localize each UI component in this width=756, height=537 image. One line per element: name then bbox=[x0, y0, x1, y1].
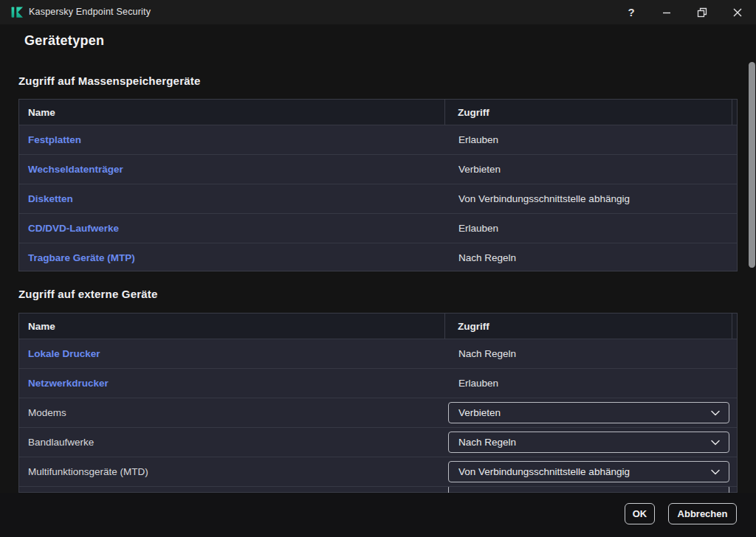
device-type-link[interactable]: Lokale Drucker bbox=[28, 348, 100, 359]
close-button[interactable] bbox=[726, 1, 749, 24]
external-devices-table: Name Zugriff Lokale Drucker Nach Regeln … bbox=[18, 313, 738, 493]
minimize-icon bbox=[661, 7, 673, 18]
section-title-external-devices: Zugriff auf externe Geräte bbox=[18, 288, 158, 300]
device-type-label: Bandlaufwerke bbox=[28, 437, 94, 448]
table-row: Multifunktionsgeräte (MTD) Von Verbindun… bbox=[19, 457, 737, 486]
column-header-access: Zugriff bbox=[445, 100, 732, 125]
window-title: Kaspersky Endpoint Security bbox=[29, 0, 151, 24]
vertical-scrollbar-thumb[interactable] bbox=[749, 62, 755, 268]
cancel-button[interactable]: Abbrechen bbox=[668, 503, 737, 524]
access-value: Nach Regeln bbox=[446, 243, 737, 272]
kaspersky-logo-icon bbox=[10, 5, 24, 19]
column-header-name: Name bbox=[19, 313, 445, 339]
close-icon bbox=[732, 7, 743, 18]
device-type-link[interactable]: CD/DVD-Laufwerke bbox=[28, 223, 119, 234]
access-value: Verbieten bbox=[446, 155, 737, 184]
footer-bar: OK Abbrechen bbox=[0, 493, 756, 537]
access-dropdown[interactable]: Von Verbindungsschnittstelle abhängig bbox=[448, 461, 729, 482]
dropdown-selected-value: Von Verbindungsschnittstelle abhängig bbox=[458, 466, 711, 477]
device-type-link[interactable]: Tragbare Geräte (MTP) bbox=[28, 252, 135, 263]
restore-button[interactable] bbox=[690, 1, 714, 24]
table-row: Lokale Drucker Nach Regeln bbox=[19, 339, 737, 368]
table-row: Tragbare Geräte (MTP) Nach Regeln bbox=[19, 243, 737, 272]
access-value: Erlauben bbox=[446, 369, 737, 398]
page-title: Gerätetypen bbox=[24, 33, 104, 49]
table-row: Festplatten Erlauben bbox=[19, 125, 737, 154]
access-value: Erlauben bbox=[446, 214, 737, 243]
chevron-down-icon bbox=[711, 440, 720, 446]
device-type-link[interactable]: Netzwerkdrucker bbox=[28, 378, 109, 389]
help-icon: ? bbox=[628, 6, 634, 18]
table-row: Bandlaufwerke Nach Regeln bbox=[19, 427, 737, 457]
device-type-label: Modems bbox=[28, 407, 66, 418]
table-row: Wechseldatenträger Verbieten bbox=[19, 154, 737, 184]
table-header: Name Zugriff bbox=[19, 313, 737, 339]
titlebar: Kaspersky Endpoint Security ? bbox=[0, 0, 756, 24]
ok-button[interactable]: OK bbox=[625, 503, 655, 524]
table-header: Name Zugriff bbox=[19, 100, 737, 125]
access-value: Erlauben bbox=[446, 125, 737, 154]
access-value: Von Verbindungsschnittstelle abhängig bbox=[446, 184, 737, 213]
device-type-link[interactable]: Wechseldatenträger bbox=[28, 164, 123, 175]
device-type-link[interactable]: Disketten bbox=[28, 193, 73, 204]
kaspersky-window: Kaspersky Endpoint Security ? Gerätetype… bbox=[0, 0, 756, 537]
help-button[interactable]: ? bbox=[619, 1, 643, 24]
chevron-down-icon bbox=[711, 469, 720, 475]
table-row: Modems Verbieten bbox=[19, 398, 737, 427]
column-header-access: Zugriff bbox=[445, 313, 732, 339]
mass-storage-table: Name Zugriff Festplatten Erlauben Wechse… bbox=[18, 99, 738, 271]
device-type-link[interactable]: Festplatten bbox=[28, 134, 81, 145]
chevron-down-icon bbox=[711, 410, 720, 416]
table-row: CD/DVD-Laufwerke Erlauben bbox=[19, 213, 737, 243]
minimize-button[interactable] bbox=[655, 1, 678, 24]
access-value: Nach Regeln bbox=[446, 339, 737, 368]
access-dropdown[interactable]: Verbieten bbox=[448, 402, 729, 423]
dropdown-selected-value: Nach Regeln bbox=[458, 437, 711, 448]
device-type-label: Multifunktionsgeräte (MTD) bbox=[28, 466, 148, 477]
column-header-name: Name bbox=[19, 100, 445, 125]
restore-icon bbox=[696, 7, 708, 18]
dropdown-selected-value: Verbieten bbox=[458, 407, 711, 418]
access-dropdown[interactable]: Nach Regeln bbox=[448, 432, 729, 453]
table-row: Netzwerkdrucker Erlauben bbox=[19, 368, 737, 398]
table-row: Disketten Von Verbindungsschnittstelle a… bbox=[19, 184, 737, 213]
section-title-mass-storage: Zugriff auf Massenspeichergeräte bbox=[18, 75, 200, 87]
